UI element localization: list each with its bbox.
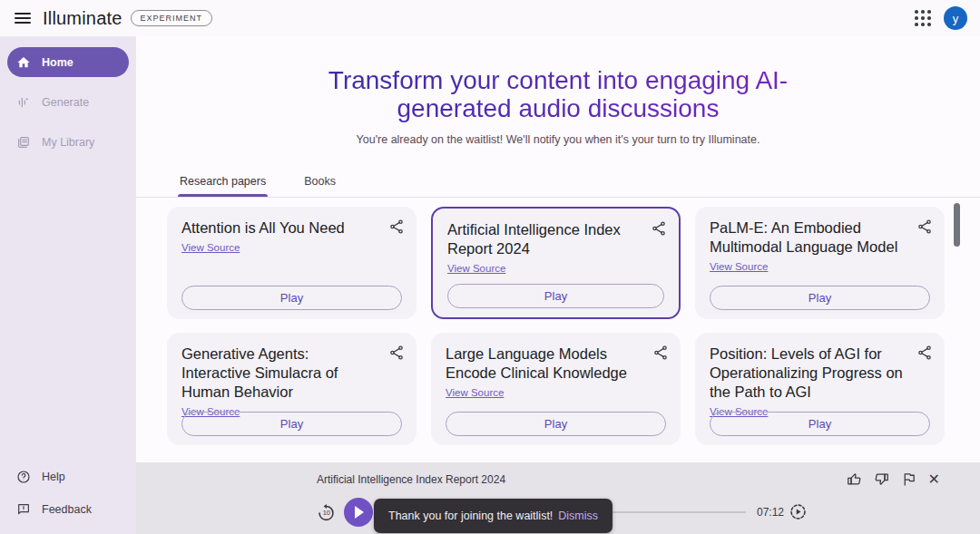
view-source-link[interactable]: View Source bbox=[446, 387, 504, 398]
share-icon[interactable] bbox=[652, 345, 669, 361]
replay-10-icon[interactable]: 10 bbox=[317, 503, 336, 522]
player-play-button[interactable] bbox=[344, 498, 373, 527]
app-title: Illuminate bbox=[43, 8, 122, 29]
close-icon[interactable]: ✕ bbox=[928, 471, 940, 487]
card-llm-clinical-knowledge[interactable]: Large Language Models Encode Clinical Kn… bbox=[431, 333, 681, 445]
avatar[interactable]: y bbox=[944, 6, 967, 30]
thumbs-up-icon[interactable] bbox=[847, 471, 862, 487]
share-icon[interactable] bbox=[916, 218, 933, 235]
play-button[interactable]: Play bbox=[446, 412, 666, 436]
playback-time: 07:12 bbox=[757, 506, 784, 519]
dismiss-button[interactable]: Dismiss bbox=[558, 510, 598, 522]
experiment-badge: EXPERIMENT bbox=[131, 10, 213, 26]
sidebar-item-label: Generate bbox=[42, 96, 89, 109]
share-icon[interactable] bbox=[388, 218, 405, 235]
card-title: Attention is All You Need bbox=[181, 218, 402, 238]
toast-message: Thank you for joining the waitlist! bbox=[388, 510, 553, 522]
play-button[interactable]: Play bbox=[710, 412, 930, 436]
sidebar-item-label: My Library bbox=[42, 136, 94, 149]
card-attention-is-all-you-need[interactable]: Attention is All You Need View Source Pl… bbox=[167, 207, 416, 319]
card-levels-of-agi[interactable]: Position: Levels of AGI for Operationali… bbox=[695, 333, 945, 445]
scrollbar-thumb[interactable] bbox=[954, 203, 960, 247]
now-playing-title: Artificial Intelligence Index Report 202… bbox=[298, 473, 524, 486]
playback-speed-icon[interactable] bbox=[789, 502, 808, 521]
play-button[interactable]: Play bbox=[181, 286, 402, 310]
card-title: PaLM-E: An Embodied Multimodal Language … bbox=[710, 218, 930, 257]
play-button[interactable]: Play bbox=[447, 284, 664, 308]
card-ai-index-report-2024[interactable]: Artificial Intelligence Index Report 202… bbox=[431, 207, 681, 319]
play-button[interactable]: Play bbox=[181, 412, 402, 436]
view-source-link[interactable]: View Source bbox=[447, 263, 505, 274]
share-icon[interactable] bbox=[651, 220, 667, 237]
flag-icon[interactable] bbox=[901, 471, 916, 487]
feedback-icon bbox=[16, 502, 31, 517]
top-app-bar: Illuminate EXPERIMENT y bbox=[0, 0, 980, 36]
page-title: Transform your content into engaging AI-… bbox=[136, 66, 980, 122]
card-grid: Attention is All You Need View Source Pl… bbox=[167, 207, 945, 445]
sidebar-item-label: Home bbox=[42, 56, 74, 69]
play-button[interactable]: Play bbox=[710, 286, 930, 310]
waitlist-toast: Thank you for joining the waitlist! Dism… bbox=[374, 499, 612, 533]
card-generative-agents[interactable]: Generative Agents: Interactive Simulacra… bbox=[167, 333, 416, 445]
sidebar-item-feedback[interactable]: Feedback bbox=[0, 494, 136, 524]
home-icon bbox=[16, 55, 31, 70]
help-icon bbox=[16, 470, 31, 484]
sidebar-item-generate[interactable]: Generate bbox=[0, 87, 136, 117]
share-icon[interactable] bbox=[388, 345, 405, 361]
google-apps-icon[interactable] bbox=[915, 10, 931, 26]
menu-icon[interactable] bbox=[15, 13, 31, 24]
library-icon bbox=[16, 135, 31, 150]
svg-text:10: 10 bbox=[323, 509, 330, 517]
tab-research-papers[interactable]: Research papers bbox=[178, 168, 268, 197]
card-title: Artificial Intelligence Index Report 202… bbox=[447, 220, 664, 258]
sidebar-item-help[interactable]: Help bbox=[0, 461, 136, 491]
card-title: Position: Levels of AGI for Operationali… bbox=[710, 345, 930, 402]
sidebar: Home Generate My Library Help bbox=[0, 36, 136, 534]
view-source-link[interactable]: View Source bbox=[710, 261, 768, 272]
card-palm-e[interactable]: PaLM-E: An Embodied Multimodal Language … bbox=[695, 207, 945, 319]
generate-icon bbox=[16, 95, 31, 110]
waitlist-subtitle: You're already on the waitlist! We'll no… bbox=[136, 133, 980, 146]
sidebar-item-label: Feedback bbox=[42, 503, 92, 516]
thumbs-down-icon[interactable] bbox=[874, 471, 889, 487]
tab-books[interactable]: Books bbox=[302, 168, 338, 197]
view-source-link[interactable]: View Source bbox=[181, 242, 240, 253]
content-tabs: Research papers Books bbox=[136, 168, 980, 198]
share-icon[interactable] bbox=[916, 345, 933, 361]
card-title: Generative Agents: Interactive Simulacra… bbox=[181, 345, 402, 402]
main-content: Transform your content into engaging AI-… bbox=[136, 36, 980, 534]
sidebar-item-my-library[interactable]: My Library bbox=[0, 127, 136, 157]
card-title: Large Language Models Encode Clinical Kn… bbox=[446, 345, 666, 383]
sidebar-item-label: Help bbox=[42, 471, 65, 483]
sidebar-item-home[interactable]: Home bbox=[7, 47, 129, 77]
